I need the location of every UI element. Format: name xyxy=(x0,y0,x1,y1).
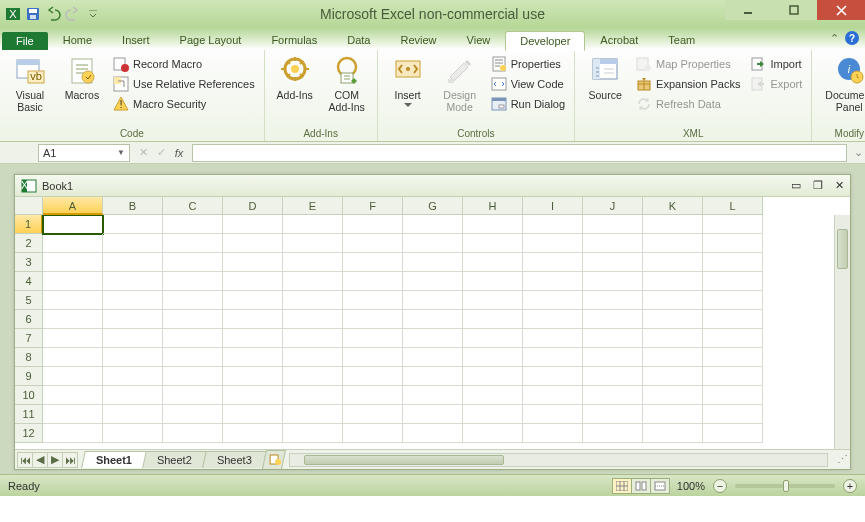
cell[interactable] xyxy=(223,405,283,424)
first-sheet-icon[interactable]: ⏮ xyxy=(17,452,33,468)
com-addins-button[interactable]: COMAdd-Ins xyxy=(323,53,371,127)
cell[interactable] xyxy=(163,272,223,291)
cell[interactable] xyxy=(43,424,103,443)
horizontal-scrollbar[interactable] xyxy=(289,453,828,467)
cell[interactable] xyxy=(523,386,583,405)
cell[interactable] xyxy=(583,253,643,272)
tab-home[interactable]: Home xyxy=(48,30,107,50)
redo-icon[interactable] xyxy=(64,5,82,23)
cell[interactable] xyxy=(343,367,403,386)
cell[interactable] xyxy=(163,291,223,310)
cell[interactable] xyxy=(523,253,583,272)
cell[interactable] xyxy=(583,310,643,329)
zoom-slider[interactable] xyxy=(735,484,835,488)
cell[interactable] xyxy=(703,272,763,291)
cell[interactable] xyxy=(103,329,163,348)
cell[interactable] xyxy=(463,424,523,443)
expand-formula-bar-icon[interactable]: ⌄ xyxy=(851,146,865,159)
zoom-in-button[interactable]: + xyxy=(843,479,857,493)
cell[interactable] xyxy=(343,386,403,405)
cell[interactable] xyxy=(103,234,163,253)
sheet-tab-sheet2[interactable]: Sheet2 xyxy=(142,451,206,468)
maximize-button[interactable] xyxy=(771,0,817,20)
cell[interactable] xyxy=(583,424,643,443)
cell[interactable] xyxy=(283,253,343,272)
cell[interactable] xyxy=(283,215,343,234)
cell[interactable] xyxy=(403,386,463,405)
cell[interactable] xyxy=(463,348,523,367)
cell[interactable] xyxy=(703,329,763,348)
row-header[interactable]: 4 xyxy=(15,272,43,291)
cell[interactable] xyxy=(223,367,283,386)
vertical-scrollbar[interactable] xyxy=(834,215,850,449)
column-header[interactable]: L xyxy=(703,197,763,215)
cell[interactable] xyxy=(463,386,523,405)
cell[interactable] xyxy=(103,348,163,367)
cell[interactable] xyxy=(163,367,223,386)
column-header[interactable]: J xyxy=(583,197,643,215)
cell[interactable] xyxy=(283,386,343,405)
row-header[interactable]: 7 xyxy=(15,329,43,348)
cell[interactable] xyxy=(223,310,283,329)
cell[interactable] xyxy=(643,291,703,310)
cell[interactable] xyxy=(343,405,403,424)
cell[interactable] xyxy=(343,253,403,272)
tab-developer[interactable]: Developer xyxy=(505,31,585,51)
cell[interactable] xyxy=(223,386,283,405)
row-header[interactable]: 12 xyxy=(15,424,43,443)
row-header[interactable]: 5 xyxy=(15,291,43,310)
cell[interactable] xyxy=(343,310,403,329)
minimize-ribbon-icon[interactable]: ⌃ xyxy=(830,32,839,45)
tab-insert[interactable]: Insert xyxy=(107,30,165,50)
cell[interactable] xyxy=(643,272,703,291)
cell[interactable] xyxy=(223,215,283,234)
cell[interactable] xyxy=(403,348,463,367)
cell[interactable] xyxy=(43,310,103,329)
cell[interactable] xyxy=(703,234,763,253)
sheet-tab-sheet1[interactable]: Sheet1 xyxy=(81,451,147,468)
cell[interactable] xyxy=(643,424,703,443)
refresh-data-button[interactable]: Refresh Data xyxy=(633,95,743,113)
macro-security-button[interactable]: !Macro Security xyxy=(110,95,258,113)
cell[interactable] xyxy=(223,329,283,348)
cell[interactable] xyxy=(223,291,283,310)
cell[interactable] xyxy=(643,253,703,272)
column-header[interactable]: D xyxy=(223,197,283,215)
cell[interactable] xyxy=(703,386,763,405)
row-header[interactable]: 3 xyxy=(15,253,43,272)
cell[interactable] xyxy=(283,348,343,367)
cell[interactable] xyxy=(463,253,523,272)
cell[interactable] xyxy=(163,405,223,424)
child-minimize-icon[interactable]: ▭ xyxy=(791,179,801,192)
row-header[interactable]: 11 xyxy=(15,405,43,424)
select-all-corner[interactable] xyxy=(15,197,43,215)
cell[interactable] xyxy=(523,234,583,253)
cell[interactable] xyxy=(223,424,283,443)
cell[interactable] xyxy=(43,291,103,310)
record-macro-button[interactable]: Record Macro xyxy=(110,55,258,73)
child-close-icon[interactable]: ✕ xyxy=(835,179,844,192)
page-break-view-button[interactable] xyxy=(650,478,670,494)
cell[interactable] xyxy=(643,348,703,367)
cell[interactable] xyxy=(283,424,343,443)
tab-page-layout[interactable]: Page Layout xyxy=(165,30,257,50)
tab-review[interactable]: Review xyxy=(385,30,451,50)
formula-input[interactable] xyxy=(192,144,847,162)
column-header[interactable]: K xyxy=(643,197,703,215)
column-header[interactable]: H xyxy=(463,197,523,215)
cell[interactable] xyxy=(403,310,463,329)
map-properties-button[interactable]: Map Properties xyxy=(633,55,743,73)
cell[interactable] xyxy=(523,291,583,310)
cell[interactable] xyxy=(703,310,763,329)
cell[interactable] xyxy=(103,405,163,424)
file-tab[interactable]: File xyxy=(2,32,48,50)
cell[interactable] xyxy=(223,253,283,272)
column-header[interactable]: E xyxy=(283,197,343,215)
cell[interactable] xyxy=(403,234,463,253)
cell[interactable] xyxy=(343,234,403,253)
cell[interactable] xyxy=(343,215,403,234)
zoom-out-button[interactable]: − xyxy=(713,479,727,493)
cell[interactable] xyxy=(463,291,523,310)
cell[interactable] xyxy=(523,310,583,329)
tab-team[interactable]: Team xyxy=(653,30,710,50)
